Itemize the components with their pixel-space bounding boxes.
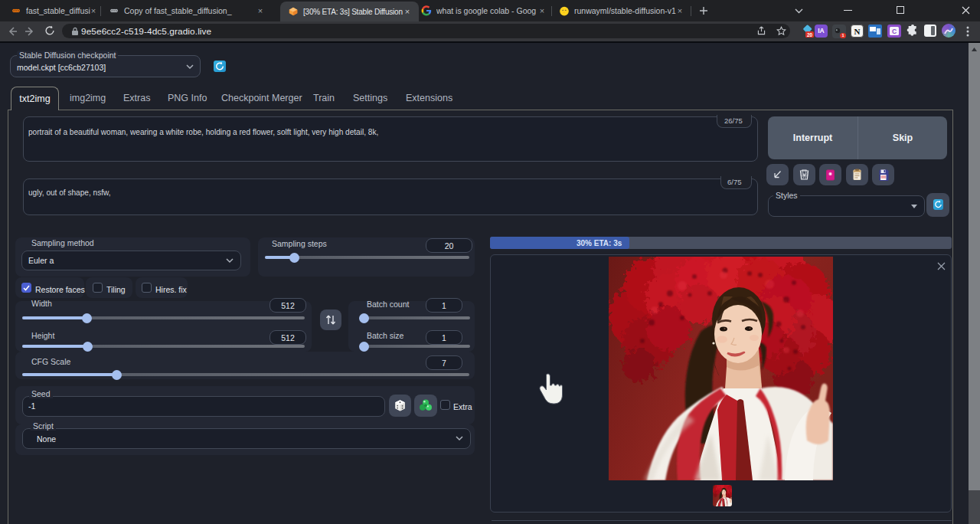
svg-text:C: C [892,28,897,35]
svg-text:20: 20 [807,32,813,38]
svg-text:1: 1 [841,33,844,38]
